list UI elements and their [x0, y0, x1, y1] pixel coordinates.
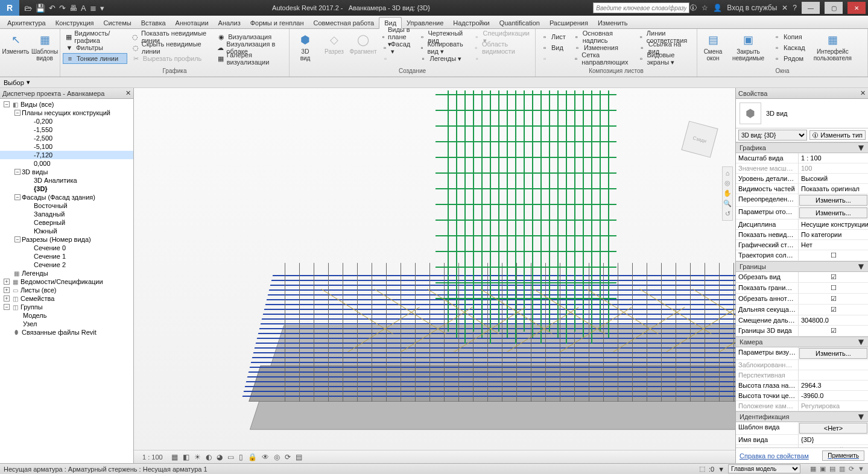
property-row[interactable]: Значение масштаба ...100: [736, 163, 868, 174]
star-icon[interactable]: ☆: [702, 4, 708, 12]
visibility-graphics-button[interactable]: ▦Видимость/ графика: [63, 31, 127, 42]
tree-item[interactable]: 0,000: [0, 159, 133, 168]
section-button[interactable]: ◇Разрез: [321, 31, 347, 56]
ribbon-item[interactable]: ▫Легенды ▾: [417, 53, 468, 64]
tree-toggle-icon[interactable]: −: [4, 101, 10, 107]
ribbon-tab[interactable]: Архитектура: [2, 17, 51, 28]
apply-button[interactable]: Применить: [822, 450, 864, 461]
tree-toggle-icon[interactable]: +: [4, 287, 10, 293]
ribbon-item[interactable]: ▫Копировать вид ▾: [417, 42, 468, 53]
pan-icon[interactable]: ✋: [723, 189, 732, 197]
close-hidden-button[interactable]: ▣Закрыть невидимые: [729, 31, 768, 63]
property-group-header[interactable]: Идентификация⯆: [736, 411, 868, 422]
worksharing-icon[interactable]: ⟳: [285, 453, 291, 461]
tree-item[interactable]: Южный: [0, 227, 133, 235]
constraints-icon[interactable]: ▤: [296, 453, 302, 461]
tree-item[interactable]: Северный: [0, 218, 133, 227]
property-row[interactable]: ДисциплинаНесущие конструкции: [736, 220, 868, 230]
tree-toggle-icon[interactable]: −: [4, 304, 10, 310]
status-icon[interactable]: ▦: [810, 465, 816, 473]
properties-help-link[interactable]: Справка по свойствам: [740, 452, 809, 460]
tree-item[interactable]: Восточный: [0, 201, 133, 210]
property-row[interactable]: Высота точки цели-3960.0: [736, 391, 868, 401]
tree-item[interactable]: Сечение 0: [0, 244, 133, 252]
3d-view-button[interactable]: ⬢3D вид: [292, 31, 318, 63]
ribbon-tab[interactable]: Аннотации: [171, 17, 214, 28]
tree-item[interactable]: Узел: [0, 320, 133, 328]
tree-item[interactable]: Западный: [0, 210, 133, 218]
tree-toggle-icon[interactable]: −: [14, 194, 21, 200]
lock-icon[interactable]: 🔒: [248, 453, 257, 461]
reveal-icon[interactable]: ◎: [274, 453, 280, 461]
tree-item[interactable]: −◫Группы: [0, 303, 133, 311]
help-icon[interactable]: ?: [793, 4, 797, 12]
ribbon-tab[interactable]: Конструкция: [51, 17, 99, 28]
tree-item[interactable]: -1,550: [0, 125, 133, 134]
property-row[interactable]: Перспективная: [736, 370, 868, 381]
tree-item[interactable]: -5,100: [0, 142, 133, 151]
login-link[interactable]: Вход в службы: [727, 4, 777, 12]
ribbon-tab[interactable]: Анализ: [214, 17, 246, 28]
property-row[interactable]: Границы 3D вида☑: [736, 326, 868, 337]
crop-icon[interactable]: ▭: [227, 453, 234, 461]
ribbon-item[interactable]: ▫Фасад ▾: [379, 42, 414, 53]
ribbon-item[interactable]: ▫Основная надпись: [571, 31, 633, 42]
property-row[interactable]: Положение камерыРегулировка: [736, 401, 868, 411]
filters-button[interactable]: ▼Фильтры: [63, 42, 127, 53]
selection-count-icon[interactable]: ⬚: [699, 465, 705, 473]
status-icon[interactable]: ⟳: [849, 465, 854, 473]
detail-level-icon[interactable]: ▦: [171, 453, 178, 461]
tree-toggle-icon[interactable]: +: [4, 295, 10, 302]
property-row[interactable]: Смещение дальнего ...304800.0: [736, 315, 868, 326]
save-icon[interactable]: 💾: [36, 4, 45, 13]
selector-dropdown[interactable]: ▾: [27, 78, 30, 86]
ribbon-tab[interactable]: Формы и генплан: [246, 17, 309, 28]
visual-style-icon[interactable]: ◧: [183, 453, 189, 461]
tree-item[interactable]: +◫Семейства: [0, 294, 133, 303]
property-row[interactable]: Обрезать вид☑: [736, 272, 868, 283]
ribbon-item[interactable]: ▫Лист: [538, 31, 568, 42]
measure-icon[interactable]: A: [81, 4, 86, 13]
property-row[interactable]: Дальняя секущая Вкл☑: [736, 305, 868, 315]
property-row[interactable]: Показать границу об...☐: [736, 283, 868, 294]
exchange-icon[interactable]: ✕: [782, 4, 788, 12]
tree-toggle-icon[interactable]: −: [14, 110, 21, 116]
redo-icon[interactable]: ↷: [59, 4, 66, 13]
minimize-button[interactable]: —: [802, 2, 820, 14]
open-icon[interactable]: 🗁: [24, 4, 32, 13]
status-icon[interactable]: ▥: [839, 465, 845, 473]
modify-button[interactable]: ↖ Изменить: [2, 31, 29, 56]
tree-item[interactable]: +▦Ведомости/Спецификации: [0, 277, 133, 286]
property-row[interactable]: Шаблон вида<Нет>: [736, 422, 868, 435]
ribbon-tab[interactable]: Расширения: [545, 17, 593, 28]
view-cube[interactable]: Сзади: [681, 121, 718, 157]
view-scale[interactable]: 1 : 100: [139, 453, 166, 461]
home-icon[interactable]: ⌂: [726, 169, 730, 177]
search-input[interactable]: [593, 2, 689, 13]
status-icon[interactable]: ▤: [829, 465, 835, 473]
orbit-icon[interactable]: ↺: [725, 210, 730, 218]
tree-item[interactable]: +▭Листы (все): [0, 286, 133, 294]
thin-lines-button[interactable]: ≡Тонкие линии: [63, 53, 127, 64]
ribbon-tab[interactable]: Совместная работа: [309, 17, 379, 28]
project-tree[interactable]: −◧Виды (все)−Планы несущих конструкций-0…: [0, 99, 133, 463]
ribbon-item[interactable]: ▫Рядом: [770, 53, 808, 64]
property-row[interactable]: Показать невидимые ...По категории: [736, 230, 868, 240]
tree-item[interactable]: -2,500: [0, 134, 133, 142]
tree-item[interactable]: −◧Виды (все): [0, 100, 133, 109]
property-row[interactable]: Высота глаза наблюд...2964.3: [736, 381, 868, 391]
view-templates-button[interactable]: ▦ Шаблоны видов: [31, 31, 58, 63]
property-row[interactable]: Переопределения ви...Изменить...: [736, 194, 868, 207]
property-group-header[interactable]: Камера⯆: [736, 337, 868, 347]
filter-icon[interactable]: ▼: [718, 466, 724, 473]
tree-item[interactable]: Модель: [0, 311, 133, 320]
ribbon-item[interactable]: ▫Вид: [538, 42, 568, 53]
undo-icon[interactable]: ↶: [49, 4, 55, 13]
tree-item[interactable]: -0,200: [0, 117, 133, 125]
close-button[interactable]: ✕: [847, 2, 866, 14]
property-row[interactable]: Видимость частейПоказать оригинал: [736, 184, 868, 194]
ribbon-tab[interactable]: Вставка: [136, 17, 171, 28]
tree-item[interactable]: −Фасады (Фасад здания): [0, 193, 133, 201]
hide-isolate-icon[interactable]: 👁: [262, 453, 269, 461]
3d-canvas[interactable]: Сзади ⌂ ◎ ✋ 🔍 ↺: [134, 88, 735, 450]
